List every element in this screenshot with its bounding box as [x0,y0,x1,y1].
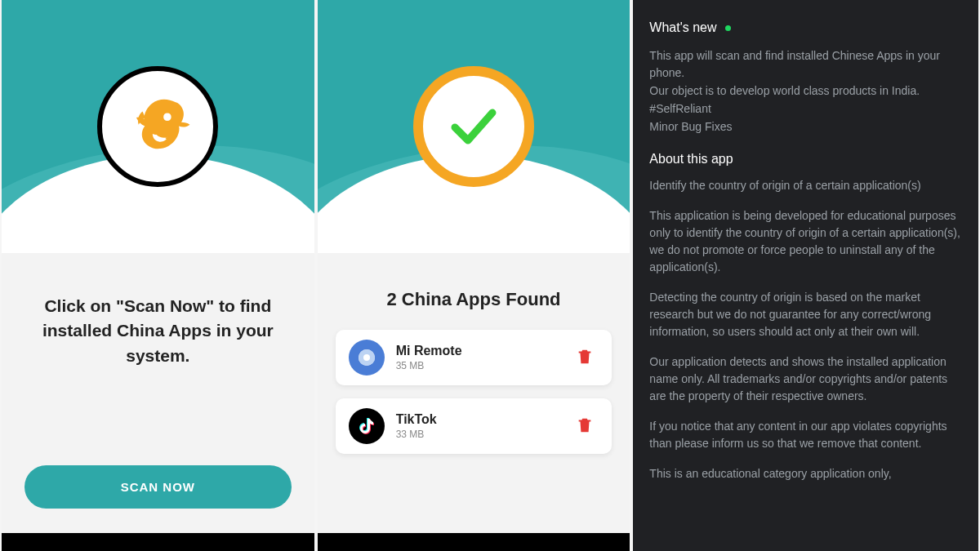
tiktok-icon [349,408,385,444]
screen-results: 2 China Apps Found Mi Remote 35 MB [318,0,630,551]
about-tagline: Identify the country of origin of a cert… [649,177,962,194]
results-body: 2 China Apps Found Mi Remote 35 MB [318,253,630,533]
about-paragraph: Our application detects and shows the in… [649,353,962,405]
whats-new-header: What's new [649,18,962,38]
scan-now-button[interactable]: SCAN NOW [24,465,292,509]
about-paragraph: This application is being developed for … [649,207,962,276]
results-title: 2 China Apps Found [386,289,560,310]
store-listing: What's new This app will scan and find i… [633,0,978,551]
android-nav-bar [318,533,630,551]
whats-new-line: #SelfReliant [649,100,962,118]
dragon-icon [119,88,197,166]
app-info: TikTok 33 MB [396,412,572,440]
app-logo [97,66,218,187]
about-header: About this app [649,149,962,169]
divider [649,136,962,149]
app-size: 33 MB [396,429,572,440]
about-paragraph: This is an educational category applicat… [649,465,962,482]
trash-icon [576,348,594,366]
about-paragraph: If you notice that any content in our ap… [649,418,962,452]
app-name: Mi Remote [396,344,572,358]
new-dot-icon [725,25,731,31]
check-icon [445,98,502,155]
intro-text: Click on "Scan Now" to find installed Ch… [24,294,292,368]
scan-complete-badge [413,66,534,187]
android-nav-bar [2,533,314,551]
mi-remote-icon [349,340,385,375]
whats-new-body: This app will scan and find installed Ch… [649,47,962,136]
app-row-tiktok[interactable]: TikTok 33 MB [336,398,612,454]
app-size: 35 MB [396,360,572,371]
hero-header [318,0,630,253]
whats-new-label: What's new [649,18,716,38]
app-row-mi-remote[interactable]: Mi Remote 35 MB [336,330,612,385]
delete-button[interactable] [571,343,599,373]
screen-intro: Click on "Scan Now" to find installed Ch… [2,0,314,551]
app-info: Mi Remote 35 MB [396,344,572,371]
whats-new-line: This app will scan and find installed Ch… [649,47,962,82]
delete-button[interactable] [571,411,599,442]
app-name: TikTok [396,412,572,427]
trash-icon [576,416,594,434]
intro-body: Click on "Scan Now" to find installed Ch… [2,253,314,533]
whats-new-line: Our object is to develop world class pro… [649,82,962,100]
about-paragraph: Detecting the country of origin is based… [649,289,962,340]
whats-new-line: Minor Bug Fixes [649,118,962,136]
hero-header [2,0,314,253]
